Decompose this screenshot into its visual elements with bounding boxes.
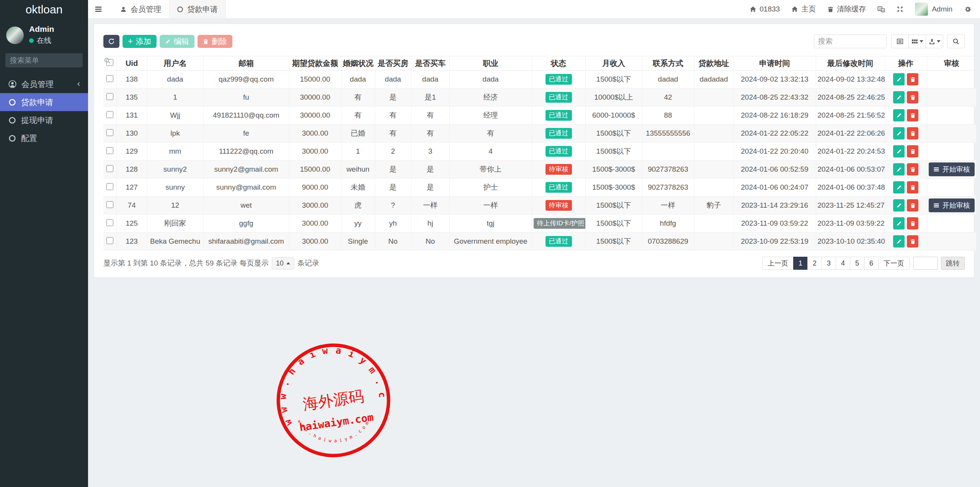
cell-amount: 15000.00 xyxy=(289,71,341,89)
sidebar-search-input[interactable] xyxy=(10,56,104,65)
home-link[interactable]: 主页 xyxy=(791,4,816,14)
page-button-6[interactable]: 6 xyxy=(864,257,879,270)
cell-car: 3 xyxy=(411,143,449,161)
delete-row-button[interactable] xyxy=(907,127,918,139)
column-header: 贷款地址 xyxy=(694,56,733,71)
prev-page-button[interactable]: 上一页 xyxy=(762,257,794,270)
edit-row-button[interactable] xyxy=(893,199,905,212)
sidebar-item-member-management[interactable]: 会员管理 xyxy=(0,75,88,93)
delete-row-button[interactable] xyxy=(907,217,918,230)
row-checkbox[interactable] xyxy=(106,201,113,208)
cell-amount: 3000.00 xyxy=(289,215,341,233)
row-checkbox[interactable] xyxy=(106,219,113,226)
cell-contact: dadad xyxy=(642,71,694,89)
sidebar-item-loan-application[interactable]: 贷款申请 xyxy=(0,93,88,111)
edit-row-button[interactable] xyxy=(893,109,905,121)
caret-up-icon xyxy=(286,262,290,264)
columns-button[interactable] xyxy=(908,34,926,48)
edit-row-button[interactable] xyxy=(893,181,905,193)
delete-button[interactable]: 删除 xyxy=(198,35,232,48)
search-icon xyxy=(952,38,959,45)
page-button-2[interactable]: 2 xyxy=(807,257,822,270)
page-jump-input[interactable] xyxy=(913,257,938,270)
search-button[interactable] xyxy=(947,34,965,48)
row-checkbox[interactable] xyxy=(106,237,113,244)
status-badge: 已通过 xyxy=(546,74,572,85)
edit-row-button[interactable] xyxy=(893,91,905,103)
user-menu[interactable]: Admin xyxy=(915,3,952,16)
fullscreen-icon[interactable] xyxy=(897,6,903,13)
topbar: 会员管理 贷款申请 01833 主页 清除缓存 文A Adm xyxy=(88,0,980,19)
edit-row-button[interactable] xyxy=(893,127,905,139)
row-checkbox[interactable] xyxy=(106,75,113,82)
table-search-input[interactable] xyxy=(814,34,887,48)
row-checkbox[interactable] xyxy=(106,129,113,136)
cell-modify_time: 2024-09-02 13:32:48 xyxy=(816,71,885,89)
main-content: + 添加 编辑 删除 xyxy=(88,19,980,487)
trash-icon xyxy=(910,149,916,154)
start-review-button[interactable]: 开始审核 xyxy=(929,162,975,176)
page-button-3[interactable]: 3 xyxy=(822,257,836,270)
row-checkbox[interactable] xyxy=(106,183,113,190)
site-id-link[interactable]: 01833 xyxy=(750,5,780,13)
export-button[interactable] xyxy=(926,34,943,48)
cell-address xyxy=(694,125,733,143)
column-header: 是否买房 xyxy=(375,56,411,71)
add-button[interactable]: + 添加 xyxy=(122,35,157,48)
delete-row-button[interactable] xyxy=(907,145,918,157)
table-row: 130lpkfe3000.00已婚有有有已通过1500$以下1355555555… xyxy=(103,125,976,143)
page-size-select[interactable]: 10 xyxy=(272,257,294,269)
cell-marital: dada xyxy=(341,71,375,89)
edit-row-button[interactable] xyxy=(893,145,905,157)
tab-member-management[interactable]: 会员管理 xyxy=(113,0,169,18)
cell-amount: 30000.00 xyxy=(289,107,341,125)
delete-row-button[interactable] xyxy=(907,91,918,103)
cell-apply_time: 2023-10-09 22:53:19 xyxy=(733,233,816,251)
column-header: 申请时间 xyxy=(733,56,816,71)
edit-row-button[interactable] xyxy=(893,217,905,230)
refresh-button[interactable] xyxy=(103,35,119,48)
delete-row-button[interactable] xyxy=(907,199,918,212)
tab-loan-application[interactable]: 贷款申请 xyxy=(169,0,226,18)
cell-car: 是1 xyxy=(411,89,449,107)
next-page-button[interactable]: 下一页 xyxy=(878,257,910,270)
page-button-5[interactable]: 5 xyxy=(850,257,864,270)
edit-row-button[interactable] xyxy=(893,235,905,248)
table-row: 128sunny2sunny2@gmail.com15000.00weihun是… xyxy=(103,161,976,179)
cell-car: 是 xyxy=(411,179,449,197)
translate-icon[interactable]: 文A xyxy=(877,5,885,13)
pencil-icon xyxy=(896,131,902,136)
pencil-icon xyxy=(896,185,902,190)
row-checkbox[interactable] xyxy=(106,111,113,118)
edit-button[interactable]: 编辑 xyxy=(160,35,194,48)
gears-icon[interactable] xyxy=(964,5,972,13)
delete-row-button[interactable] xyxy=(907,109,918,121)
cell-address xyxy=(694,233,733,251)
cell-house: dada xyxy=(375,71,411,89)
sidebar-item-withdrawal-application[interactable]: 提现申请 xyxy=(0,111,88,129)
hamburger-menu-icon[interactable] xyxy=(94,5,103,13)
cell-apply_time: 2024-09-02 13:32:13 xyxy=(733,71,816,89)
start-review-button[interactable]: 开始审核 xyxy=(929,198,975,212)
page-button-4[interactable]: 4 xyxy=(836,257,850,270)
delete-row-button[interactable] xyxy=(907,163,918,175)
cell-email: fe xyxy=(203,125,289,143)
row-checkbox[interactable] xyxy=(106,147,113,154)
page-button-1[interactable]: 1 xyxy=(793,257,808,270)
home-icon xyxy=(791,6,798,13)
edit-row-button[interactable] xyxy=(893,163,905,175)
clear-cache-link[interactable]: 清除缓存 xyxy=(827,4,866,14)
delete-row-button[interactable] xyxy=(907,235,918,248)
detail-view-button[interactable] xyxy=(891,34,909,48)
cell-username: Wjj xyxy=(147,107,203,125)
jump-button[interactable]: 跳转 xyxy=(941,257,965,270)
delete-row-button[interactable] xyxy=(907,181,918,193)
delete-row-button[interactable] xyxy=(907,73,918,85)
row-checkbox[interactable] xyxy=(106,165,113,172)
sidebar-item-config[interactable]: 配置 xyxy=(0,129,88,147)
status-badge: 已通过 xyxy=(546,236,572,247)
cell-house: yh xyxy=(375,215,411,233)
cell-username: 1 xyxy=(147,89,203,107)
row-checkbox[interactable] xyxy=(106,93,113,100)
edit-row-button[interactable] xyxy=(893,73,905,85)
